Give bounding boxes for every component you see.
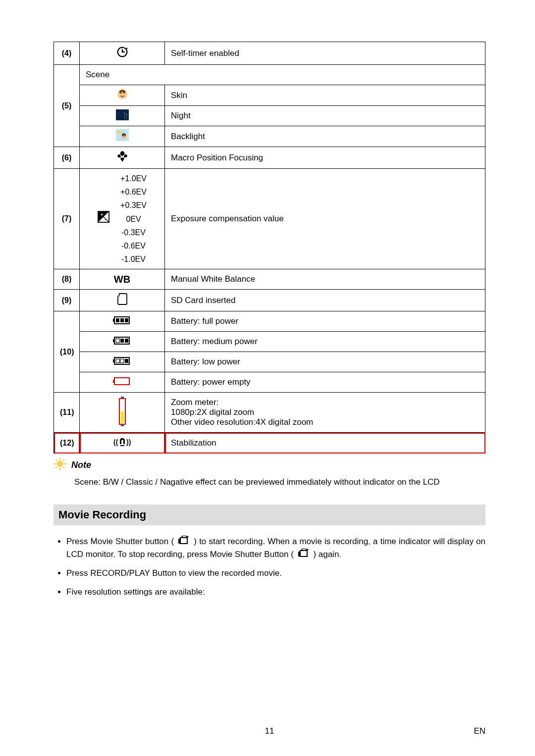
table-row: Night (54, 106, 485, 126)
svg-rect-26 (113, 339, 115, 342)
instruction-list: Press Movie Shutter button ( ) to start … (56, 535, 485, 599)
row-desc: Battery: full power (165, 311, 485, 332)
svg-text:+: + (101, 212, 103, 217)
svg-rect-7 (126, 114, 127, 115)
list-item: Five resolution settings are available: (66, 586, 485, 599)
svg-line-50 (63, 460, 64, 461)
svg-line-48 (55, 460, 56, 461)
svg-line-51 (55, 467, 56, 468)
svg-rect-29 (125, 339, 128, 343)
svg-rect-36 (113, 380, 115, 383)
sd-card-icon (80, 290, 165, 311)
row-number: (11) (54, 393, 80, 433)
svg-rect-40 (121, 424, 124, 426)
row-number: (7) (54, 169, 80, 269)
zoom-meter-icon (80, 393, 165, 433)
row-desc: Macro Position Focusing (165, 147, 485, 169)
manual-page: (4) Self-timer enabled (5) Scene Skin Ni… (0, 0, 535, 756)
table-row: (6) Macro Position Focusing (54, 147, 485, 169)
note-title-row: Note (54, 457, 485, 473)
movie-shutter-icon (298, 549, 309, 561)
movie-shutter-icon (178, 536, 189, 549)
row-desc: Exposure compensation value (165, 169, 485, 269)
table-row: Skin (54, 85, 485, 106)
text: Press Movie Shutter button ( (66, 537, 174, 546)
wb-icon: WB (80, 269, 165, 290)
svg-rect-32 (116, 359, 119, 363)
svg-rect-53 (180, 538, 187, 544)
macro-icon (80, 147, 165, 169)
battery-low-icon (80, 352, 165, 372)
row-number: (6) (54, 147, 80, 169)
svg-text:-: - (105, 217, 106, 222)
note-body: Scene: B/W / Classic / Nagative effect c… (74, 476, 485, 489)
scene-header: Scene (80, 65, 485, 85)
row-desc: Battery: medium power (165, 332, 485, 352)
svg-line-49 (63, 467, 64, 468)
svg-rect-31 (113, 359, 115, 362)
svg-point-1 (120, 93, 121, 94)
svg-rect-21 (113, 319, 115, 322)
ev-val: +1.0EV (120, 172, 147, 185)
row-desc: Battery: low power (165, 352, 485, 372)
row-number: (5) (54, 65, 80, 147)
table-row: (5) Scene (54, 65, 485, 85)
note-block: Note Scene: B/W / Classic / Nagative eff… (54, 457, 485, 489)
svg-text:)): )) (126, 438, 131, 446)
svg-point-2 (123, 93, 124, 94)
page-number: 11 (54, 726, 485, 736)
row-number: (8) (54, 269, 80, 290)
skin-icon (80, 85, 165, 106)
backlight-icon (80, 126, 165, 147)
night-icon (80, 106, 165, 126)
ev-val: -0.6EV (121, 239, 146, 252)
table-row: (4) Self-timer enabled (54, 42, 485, 65)
svg-rect-56 (300, 551, 307, 556)
stabilization-icon: (()) (80, 433, 165, 454)
ev-val: +0.6EV (120, 185, 147, 199)
svg-point-9 (117, 131, 120, 134)
svg-point-54 (187, 536, 189, 537)
table-row: Battery: low power (54, 352, 485, 372)
indicator-table: (4) Self-timer enabled (5) Scene Skin Ni… (54, 42, 485, 454)
row-desc: Backlight (165, 126, 485, 147)
row-desc: Skin (165, 85, 485, 106)
svg-rect-28 (120, 339, 124, 343)
svg-point-43 (57, 461, 63, 467)
page-footer: 11 EN (54, 726, 485, 736)
ev-icon: +- (98, 211, 109, 227)
table-row: (10) Battery: full power (54, 311, 485, 332)
svg-rect-34 (125, 359, 128, 363)
exposure-icon-cell: +- +1.0EV +0.6EV +0.3EV 0EV -0.3EV -0.6E… (80, 169, 165, 269)
row-number: (4) (54, 42, 80, 65)
row-number: (10) (54, 311, 80, 393)
lightbulb-icon (54, 457, 66, 473)
ev-val: +0.3EV (120, 199, 147, 212)
ev-val: 0EV (126, 212, 141, 226)
svg-point-15 (122, 136, 123, 137)
row-desc: Manual White Balance (165, 269, 485, 290)
svg-rect-33 (120, 359, 124, 363)
note-title: Note (71, 460, 91, 470)
list-item: Press Movie Shutter button ( ) to start … (66, 535, 485, 561)
ev-values: +1.0EV +0.6EV +0.3EV 0EV -0.3EV -0.6EV -… (120, 172, 147, 266)
svg-point-16 (124, 136, 125, 137)
row-desc: Night (165, 106, 485, 126)
svg-rect-22 (116, 318, 119, 322)
svg-rect-5 (126, 113, 127, 119)
table-row: (8) WB Manual White Balance (54, 269, 485, 290)
svg-rect-38 (121, 411, 124, 423)
battery-full-icon (80, 311, 165, 332)
self-timer-icon (80, 42, 165, 65)
svg-rect-24 (125, 318, 128, 322)
row-desc: Stabilization (165, 433, 485, 454)
table-row: (12) (()) Stabilization (54, 433, 485, 454)
ev-val: -1.0EV (121, 252, 146, 266)
battery-empty-icon (80, 372, 165, 393)
row-desc: Zoom meter: 1080p:2X digital zoom Other … (165, 393, 485, 433)
svg-rect-27 (116, 339, 119, 343)
row-desc: Battery: power empty (165, 372, 485, 393)
row-number: (9) (54, 290, 80, 311)
svg-rect-23 (120, 318, 124, 322)
svg-rect-6 (124, 113, 125, 113)
